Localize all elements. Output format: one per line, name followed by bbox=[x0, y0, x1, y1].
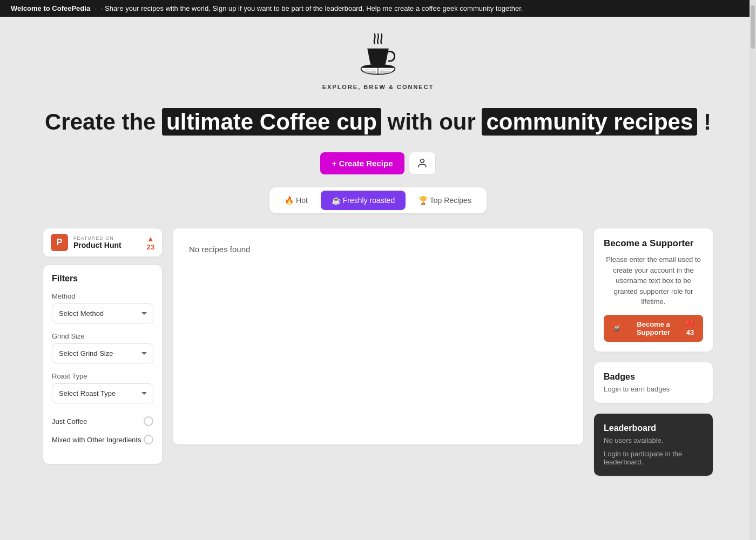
hero-highlight1: ultimate Coffee cup bbox=[162, 108, 381, 136]
tab-top-recipes[interactable]: 🏆 Top Recipes bbox=[408, 191, 482, 210]
ph-arrow-icon: ▲ bbox=[147, 234, 154, 243]
hero-heading: Create the ultimate Coffee cup with our … bbox=[43, 109, 713, 136]
top-banner: Welcome to CofeePedia · · Share your rec… bbox=[0, 0, 756, 17]
tabs-container: 🔥 Hot ☕ Freshly roasted 🏆 Top Recipes bbox=[269, 187, 487, 213]
main-wrapper: EXPLORE, BREW & CONNECT Create the ultim… bbox=[32, 17, 724, 476]
ph-logo-icon: P bbox=[51, 234, 68, 251]
supporter-title: Become a Supporter bbox=[604, 238, 703, 249]
filter-method-select[interactable]: Select Method Espresso Pour Over French … bbox=[52, 303, 153, 323]
user-button[interactable] bbox=[409, 152, 436, 174]
become-supporter-button[interactable]: 🧉 Become a Supporter ❤️ 43 bbox=[604, 315, 703, 342]
ph-name-label: Product Hunt bbox=[73, 241, 141, 249]
logo-icon bbox=[354, 33, 402, 82]
scrollbar[interactable] bbox=[750, 0, 756, 540]
radio-group-coffee-type: Just Coffee Mixed with Other Ingredients bbox=[52, 412, 153, 449]
filter-method-group: Method Select Method Espresso Pour Over … bbox=[52, 292, 153, 323]
scrollbar-thumb[interactable] bbox=[751, 5, 755, 49]
supporter-count: 43 bbox=[686, 328, 694, 336]
content-layout: P FEATURED ON Product Hunt ▲ 23 Filters … bbox=[43, 228, 713, 476]
product-hunt-badge[interactable]: P FEATURED ON Product Hunt ▲ 23 bbox=[43, 228, 162, 256]
banner-message: · Share your recipes with the world, Sig… bbox=[101, 4, 523, 12]
leaderboard-title: Leaderboard bbox=[604, 423, 703, 433]
filter-roast-select[interactable]: Select Roast Type Light Medium Medium Da… bbox=[52, 383, 153, 403]
tab-hot[interactable]: 🔥 Hot bbox=[274, 191, 319, 210]
tabs-row: 🔥 Hot ☕ Freshly roasted 🏆 Top Recipes bbox=[43, 187, 713, 213]
filter-grind-select[interactable]: Select Grind Size Extra Fine Fine Medium… bbox=[52, 343, 153, 363]
btn-supporter-left: 🧉 Become a Supporter bbox=[612, 320, 681, 336]
hero-highlight2: community recipes bbox=[482, 108, 697, 136]
radio-just-coffee: Just Coffee bbox=[52, 412, 153, 430]
filter-grind-label: Grind Size bbox=[52, 332, 153, 340]
filter-roast-label: Roast Type bbox=[52, 372, 153, 380]
create-recipe-button[interactable]: + Create Recipe bbox=[320, 152, 405, 174]
heart-icon: ❤️ bbox=[686, 320, 694, 328]
logo-tagline: EXPLORE, BREW & CONNECT bbox=[322, 84, 434, 90]
supporter-button-label: Become a Supporter bbox=[625, 320, 681, 336]
hero-prefix: Create the bbox=[45, 109, 156, 134]
leaderboard-no-users: No users available. bbox=[604, 436, 703, 444]
supporter-card: Become a Supporter Please enter the emai… bbox=[594, 228, 713, 352]
supporter-description: Please enter the email used to create yo… bbox=[604, 254, 703, 307]
ph-number: 23 bbox=[147, 243, 154, 251]
tab-freshly-roasted[interactable]: ☕ Freshly roasted bbox=[321, 191, 406, 210]
just-coffee-radio[interactable] bbox=[144, 416, 153, 426]
badges-card: Badges Login to earn badges bbox=[594, 362, 713, 403]
mixed-radio[interactable] bbox=[144, 435, 153, 444]
filter-grind-group: Grind Size Select Grind Size Extra Fine … bbox=[52, 332, 153, 363]
supporter-heart-badge: ❤️ 43 bbox=[686, 320, 694, 336]
user-icon bbox=[417, 158, 428, 168]
badges-subtitle: Login to earn badges bbox=[604, 385, 703, 393]
filter-method-label: Method bbox=[52, 292, 153, 300]
hero-suffix: ! bbox=[704, 109, 711, 134]
hero-middle: with our bbox=[388, 109, 476, 134]
filters-section: Filters Method Select Method Espresso Po… bbox=[43, 265, 162, 464]
logo-area: EXPLORE, BREW & CONNECT bbox=[43, 17, 713, 96]
mixed-label: Mixed with Other Ingredients bbox=[52, 436, 141, 444]
leaderboard-login-text: Login to participate in the leaderboard. bbox=[604, 450, 703, 466]
no-recipes-message: No recipes found bbox=[189, 245, 250, 254]
action-row: + Create Recipe bbox=[43, 152, 713, 174]
banner-dot: · bbox=[94, 4, 97, 12]
ph-count: ▲ 23 bbox=[147, 234, 154, 251]
radio-mixed: Mixed with Other Ingredients bbox=[52, 430, 153, 449]
filter-roast-group: Roast Type Select Roast Type Light Mediu… bbox=[52, 372, 153, 403]
left-sidebar: P FEATURED ON Product Hunt ▲ 23 Filters … bbox=[43, 228, 162, 464]
ph-text: FEATURED ON Product Hunt bbox=[73, 235, 141, 249]
ph-featured-label: FEATURED ON bbox=[73, 235, 141, 241]
badges-title: Badges bbox=[604, 372, 703, 382]
right-sidebar: Become a Supporter Please enter the emai… bbox=[594, 228, 713, 476]
leaderboard-card: Leaderboard No users available. Login to… bbox=[594, 414, 713, 476]
svg-point-7 bbox=[421, 159, 424, 163]
just-coffee-label: Just Coffee bbox=[52, 417, 87, 426]
main-content: No recipes found bbox=[173, 228, 583, 444]
supporter-cup-icon: 🧉 bbox=[612, 324, 621, 332]
site-name: Welcome to CofeePedia bbox=[11, 4, 90, 12]
filters-title: Filters bbox=[52, 274, 153, 284]
